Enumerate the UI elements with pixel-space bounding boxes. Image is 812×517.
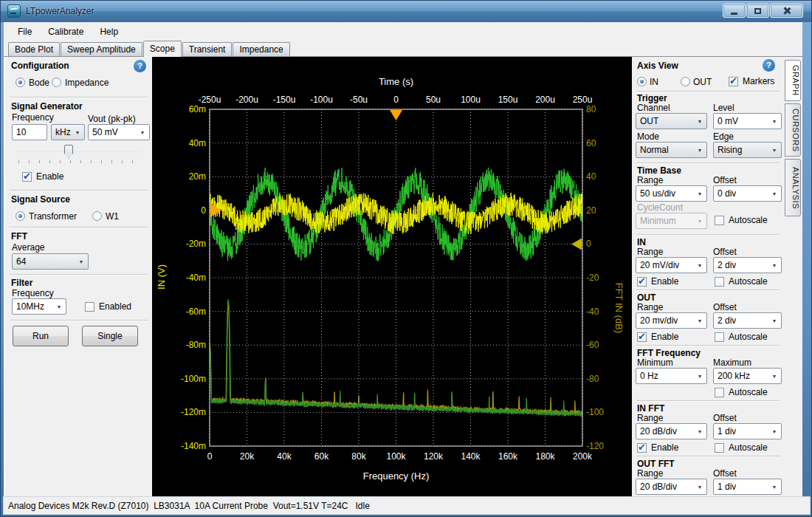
app-icon xyxy=(7,4,21,18)
in-offset-select[interactable]: 2 div xyxy=(713,257,782,273)
run-button[interactable]: Run xyxy=(13,326,69,346)
in-fft-range-select[interactable]: 20 dB/div xyxy=(636,423,707,439)
fft-zero-marker[interactable] xyxy=(571,238,582,250)
side-tab-graph[interactable]: GRAPH xyxy=(785,60,801,101)
w1-radio-label: W1 xyxy=(106,211,119,222)
svg-text:-100m: -100m xyxy=(181,374,206,384)
out-offset-select[interactable]: 2 div xyxy=(713,312,782,329)
separator xyxy=(636,234,780,236)
svg-text:FFT IN (dB): FFT IN (dB) xyxy=(613,283,625,333)
maximize-button[interactable] xyxy=(746,4,769,18)
svg-text:100k: 100k xyxy=(386,451,406,462)
in-title: IN xyxy=(637,237,646,247)
in-range-label: Range xyxy=(637,247,663,257)
menu-help[interactable]: Help xyxy=(92,24,126,39)
fft-minimum-select[interactable]: 0 Hz xyxy=(636,368,707,384)
trigger-channel-select[interactable]: OUT xyxy=(636,113,707,129)
markers-checkbox[interactable]: Markers xyxy=(729,76,774,86)
out-autoscale-checkbox[interactable]: Autoscale xyxy=(715,332,768,342)
svg-text:40m: 40m xyxy=(189,138,206,148)
in-fft-autoscale-checkbox[interactable]: Autoscale xyxy=(715,442,768,453)
tab-transient[interactable]: Transient xyxy=(182,42,233,56)
trigger-time-marker[interactable] xyxy=(390,110,402,120)
timebase-offset-select[interactable]: 0 div xyxy=(713,185,782,202)
app-window: LTpowerAnalyzer File Calibrate Help Bode… xyxy=(0,0,812,517)
chevron-down-icon xyxy=(53,300,65,313)
menu-file[interactable]: File xyxy=(10,24,40,39)
chevron-down-icon xyxy=(768,114,780,128)
w1-radio[interactable] xyxy=(92,211,102,221)
timebase-range-select[interactable]: 50 us/div xyxy=(636,185,707,202)
checkbox-box xyxy=(715,443,724,453)
bode-radio-label: Bode xyxy=(29,78,49,88)
frequency-slider-track[interactable] xyxy=(16,151,142,152)
separator xyxy=(636,345,780,346)
minimize-button[interactable] xyxy=(723,4,746,18)
in-range-select[interactable]: 20 mV/div xyxy=(636,257,707,273)
fft-average-select[interactable]: 64 xyxy=(12,253,89,270)
in-fft-enable-checkbox[interactable]: Enable xyxy=(637,442,678,453)
out-enable-checkbox[interactable]: Enable xyxy=(637,332,678,342)
scope-canvas: -250u-200u-150u-100u-50u050u100u150u200u… xyxy=(152,57,632,496)
frequency-slider-thumb[interactable] xyxy=(64,145,73,159)
svg-text:0: 0 xyxy=(393,95,399,105)
bode-radio[interactable] xyxy=(16,78,25,87)
trigger-channel-label: Channel xyxy=(637,103,670,113)
svg-text:-100: -100 xyxy=(586,407,604,417)
vout-label: Vout (pk-pk) xyxy=(88,114,136,124)
filter-frequency-select[interactable]: 10MHz xyxy=(12,298,66,315)
scope-graph[interactable]: -250u-200u-150u-100u-50u050u100u150u200u… xyxy=(152,57,632,496)
close-button[interactable] xyxy=(770,4,803,18)
trigger-edge-select[interactable]: Rising xyxy=(713,142,782,158)
time-base-title: Time Base xyxy=(637,165,681,176)
menu-calibrate[interactable]: Calibrate xyxy=(40,24,92,39)
timebase-autoscale-checkbox[interactable]: Autoscale xyxy=(715,215,768,225)
out-fft-offset-select[interactable]: 1 div xyxy=(713,479,782,495)
checkbox-box xyxy=(715,216,724,225)
signal-source-title: Signal Source xyxy=(11,194,70,205)
tab-bode-plot[interactable]: Bode Plot xyxy=(8,42,60,56)
tab-impedance[interactable]: Impedance xyxy=(233,42,289,56)
transformer-radio[interactable] xyxy=(16,211,25,221)
side-tab-cursors[interactable]: CURSORS xyxy=(785,103,801,157)
svg-text:100u: 100u xyxy=(461,95,481,105)
chevron-down-icon xyxy=(768,369,780,383)
svg-text:-20m: -20m xyxy=(186,239,206,249)
svg-text:200u: 200u xyxy=(535,95,555,105)
chevron-down-icon xyxy=(768,314,780,327)
vout-select[interactable]: 50 mV xyxy=(88,124,150,140)
fft-maximum-select[interactable]: 200 kHz xyxy=(713,368,782,384)
svg-text:60m: 60m xyxy=(189,104,206,114)
menu-bar: File Calibrate Help xyxy=(4,22,802,41)
in-autoscale-checkbox[interactable]: Autoscale xyxy=(715,276,768,287)
in-fft-offset-select[interactable]: 1 div xyxy=(713,423,782,439)
in-enable-checkbox[interactable]: Enable xyxy=(637,276,678,287)
tab-sweep-amplitude[interactable]: Sweep Amplitude xyxy=(61,42,142,56)
filter-enabled-checkbox[interactable]: Enabled xyxy=(85,301,131,312)
signal-enable-checkbox[interactable]: Enable xyxy=(22,171,63,182)
frequency-input[interactable]: 10 xyxy=(12,124,47,140)
chevron-down-icon xyxy=(694,143,706,157)
axis-in-radio[interactable] xyxy=(637,77,647,86)
chevron-down-icon xyxy=(75,255,87,268)
impedance-radio[interactable] xyxy=(52,78,61,87)
checkbox-box xyxy=(637,332,647,342)
out-offset-label: Offset xyxy=(713,302,737,312)
help-icon[interactable] xyxy=(763,59,775,72)
chevron-down-icon xyxy=(694,214,706,227)
fft-frequency-autoscale-checkbox[interactable]: Autoscale xyxy=(715,387,768,397)
frequency-unit-select[interactable]: kHz xyxy=(51,124,85,140)
help-icon[interactable] xyxy=(134,60,146,72)
trigger-level-select[interactable]: 0 mV xyxy=(713,113,782,129)
axis-out-radio[interactable] xyxy=(681,77,690,86)
title-bar[interactable]: LTpowerAnalyzer xyxy=(1,1,811,22)
chevron-down-icon xyxy=(694,114,706,128)
cyclecount-select: Minimum xyxy=(636,213,707,229)
autoscale-label: Autoscale xyxy=(729,442,768,453)
tab-scope[interactable]: Scope xyxy=(143,41,182,57)
single-button[interactable]: Single xyxy=(82,326,138,346)
trigger-mode-select[interactable]: Normal xyxy=(636,142,707,158)
side-tab-analysis[interactable]: ANALYSIS xyxy=(785,159,801,216)
out-range-select[interactable]: 20 mv/div xyxy=(636,312,707,329)
out-fft-range-select[interactable]: 20 dB/div xyxy=(636,479,707,495)
